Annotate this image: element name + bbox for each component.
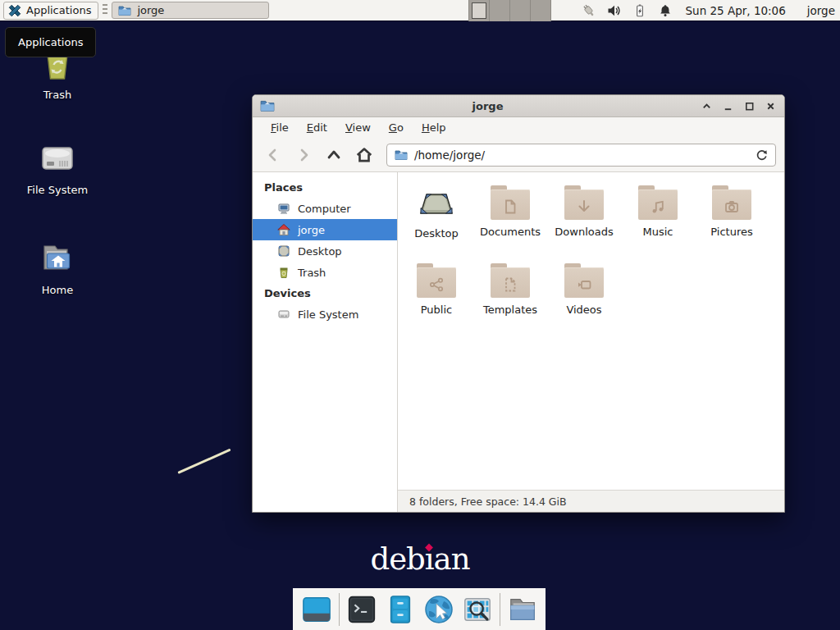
web-browser-globe-icon[interactable]	[422, 593, 455, 626]
window-content: Places Computer	[253, 172, 784, 512]
sidebar-item-desktop[interactable]: Desktop	[253, 240, 397, 262]
desktop-icon-file-system[interactable]: File System	[18, 138, 97, 196]
home-button[interactable]	[352, 143, 377, 167]
sidebar-item-computer[interactable]: Computer	[253, 198, 397, 219]
window-controls	[701, 100, 777, 112]
desktop-icon-label: File System	[27, 184, 88, 196]
workspace-cell-1[interactable]	[469, 0, 490, 21]
maximize-button[interactable]	[743, 100, 756, 112]
desktop-special-icon	[417, 184, 456, 223]
desktop-icon	[277, 244, 290, 258]
panel-grip[interactable]	[103, 4, 107, 16]
system-tray	[581, 2, 673, 19]
file-label: Public	[421, 304, 452, 316]
menu-view[interactable]: View	[337, 119, 379, 136]
home-folder-icon	[38, 238, 77, 277]
sidebar-header-places: Places	[253, 177, 397, 198]
statusbar: 8 folders, Free space: 14.4 GiB	[398, 490, 784, 512]
terminal-icon[interactable]	[345, 593, 378, 626]
desktop-icon-label: Home	[42, 284, 73, 296]
application-finder-icon[interactable]	[461, 593, 494, 626]
sidebar-item-trash[interactable]: Trash	[253, 262, 397, 283]
directory-menu-folder-icon[interactable]	[506, 593, 539, 626]
folder-icon-pictures	[712, 184, 751, 221]
file-item-public[interactable]: Public	[399, 262, 473, 316]
volume-icon[interactable]	[606, 2, 623, 19]
shade-button[interactable]	[701, 100, 713, 112]
menu-file[interactable]: File	[262, 119, 297, 136]
taskbar-window-button[interactable]: jorge	[112, 2, 269, 19]
desktop[interactable]: Applications jorge	[0, 0, 840, 630]
folder-icon	[118, 4, 131, 17]
file-label: Downloads	[555, 226, 613, 238]
top-panel: Applications jorge	[0, 0, 840, 21]
dock-separator	[339, 593, 340, 626]
back-button[interactable]	[261, 143, 285, 167]
path-input[interactable]: /home/jorge/	[414, 148, 748, 162]
window-title: jorge	[281, 100, 694, 112]
file-label: Music	[643, 226, 673, 238]
file-item-documents[interactable]: Documents	[473, 184, 547, 238]
drive-icon	[38, 138, 77, 177]
applications-menu-label: Applications	[26, 4, 91, 16]
reload-icon[interactable]	[755, 148, 768, 162]
file-view[interactable]: Desktop Documents	[398, 172, 784, 512]
home-icon	[277, 223, 290, 236]
path-bar[interactable]: /home/jorge/	[386, 144, 776, 167]
sidebar-item-label: jorge	[298, 224, 325, 236]
drive-icon	[277, 308, 290, 321]
file-manager-window: jorge File Edit View Go Help	[252, 94, 785, 513]
menu-go[interactable]: Go	[381, 119, 412, 136]
menu-help[interactable]: Help	[413, 119, 454, 136]
desktop-icon-label: Trash	[43, 89, 71, 101]
network-icon[interactable]	[581, 2, 597, 19]
file-label: Templates	[483, 304, 537, 316]
up-button[interactable]	[322, 143, 346, 167]
battery-icon[interactable]	[632, 2, 648, 19]
desktop-line-artifact	[177, 449, 231, 474]
file-item-desktop[interactable]: Desktop	[399, 184, 473, 240]
folder-icon-documents	[491, 184, 530, 221]
sidebar-item-file-system[interactable]: File System	[253, 304, 397, 325]
desktop-icon-home[interactable]: Home	[18, 238, 97, 296]
close-button[interactable]	[765, 100, 777, 112]
xfce-logo-icon	[7, 3, 22, 18]
file-label: Videos	[566, 304, 601, 316]
sidebar-item-label: Desktop	[298, 245, 342, 258]
show-desktop-icon[interactable]	[300, 593, 333, 626]
file-item-videos[interactable]: Videos	[547, 262, 621, 316]
sidebar-item-label: File System	[298, 308, 358, 321]
menu-edit[interactable]: Edit	[299, 119, 336, 136]
user-menu[interactable]: jorge	[807, 4, 835, 17]
sidebar-header-devices: Devices	[253, 283, 397, 304]
workspace-cell-3[interactable]	[510, 0, 531, 21]
window-titlebar[interactable]: jorge	[253, 95, 784, 117]
window-folder-icon	[260, 98, 275, 113]
folder-icon-public	[417, 262, 456, 299]
toolbar: /home/jorge/	[253, 138, 784, 172]
applications-menu-button[interactable]: Applications	[3, 2, 98, 20]
file-item-downloads[interactable]: Downloads	[547, 184, 621, 238]
clock[interactable]: Sun 25 Apr, 10:06	[686, 4, 786, 17]
minimize-button[interactable]	[722, 100, 734, 112]
workspace-cell-2[interactable]	[490, 0, 510, 21]
file-item-pictures[interactable]: Pictures	[695, 184, 769, 238]
folder-icon-downloads	[564, 184, 604, 221]
path-folder-icon	[395, 148, 408, 162]
sidebar-item-label: Trash	[298, 267, 326, 279]
forward-button[interactable]	[291, 143, 316, 167]
workspace-switcher[interactable]	[468, 0, 551, 21]
taskbar-window-label: jorge	[137, 4, 164, 16]
folder-icon-music	[638, 184, 678, 221]
applications-tooltip: Applications	[5, 27, 96, 57]
dock-panel	[293, 588, 546, 630]
file-item-music[interactable]: Music	[621, 184, 695, 238]
file-item-templates[interactable]: Templates	[473, 262, 547, 316]
dock-separator	[500, 593, 500, 626]
notifications-bell-icon[interactable]	[657, 2, 673, 19]
sidebar-item-jorge[interactable]: jorge	[253, 219, 397, 240]
file-manager-cabinet-icon[interactable]	[384, 593, 417, 626]
sidebar-item-label: Computer	[298, 203, 351, 215]
workspace-cell-4[interactable]	[531, 0, 551, 21]
computer-icon	[277, 202, 290, 215]
